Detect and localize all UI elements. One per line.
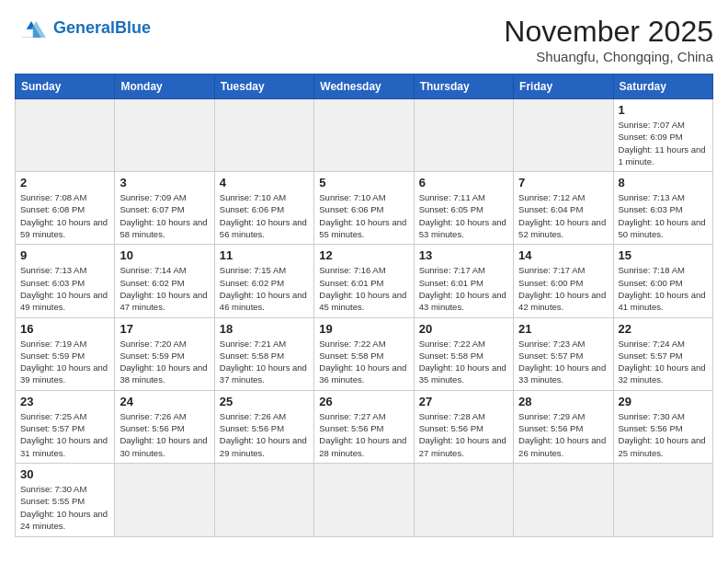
- day-number: 21: [518, 322, 608, 336]
- table-row: 24Sunrise: 7:26 AM Sunset: 5:56 PM Dayli…: [115, 390, 214, 463]
- day-number: 27: [419, 395, 508, 408]
- table-row: 22Sunrise: 7:24 AM Sunset: 5:57 PM Dayli…: [613, 317, 712, 390]
- day-number: 26: [319, 395, 408, 408]
- table-row: 10Sunrise: 7:14 AM Sunset: 6:02 PM Dayli…: [115, 245, 214, 317]
- table-row: 5Sunrise: 7:10 AM Sunset: 6:06 PM Daylig…: [314, 172, 414, 245]
- day-number: 5: [319, 176, 408, 190]
- day-number: 1: [619, 103, 708, 117]
- day-number: 13: [419, 248, 508, 262]
- day-number: 6: [419, 176, 508, 190]
- day-number: 17: [119, 322, 209, 336]
- day-number: 14: [518, 248, 608, 262]
- month-title: November 2025: [504, 15, 713, 49]
- table-row: 15Sunrise: 7:18 AM Sunset: 6:00 PM Dayli…: [613, 245, 712, 317]
- col-saturday: Saturday: [613, 75, 712, 99]
- col-wednesday: Wednesday: [314, 75, 414, 99]
- table-row: 27Sunrise: 7:28 AM Sunset: 5:56 PM Dayli…: [414, 390, 513, 463]
- table-row: 26Sunrise: 7:27 AM Sunset: 5:56 PM Dayli…: [314, 390, 414, 463]
- day-info: Sunrise: 7:18 AM Sunset: 6:00 PM Dayligh…: [619, 264, 708, 313]
- day-number: 10: [119, 248, 209, 262]
- day-info: Sunrise: 7:13 AM Sunset: 6:03 PM Dayligh…: [20, 264, 109, 313]
- table-row: [115, 463, 214, 536]
- calendar-header-row: Sunday Monday Tuesday Wednesday Thursday…: [16, 75, 713, 99]
- calendar-header: GeneralBlue November 2025 Shuangfu, Chon…: [15, 15, 713, 64]
- day-info: Sunrise: 7:20 AM Sunset: 5:59 PM Dayligh…: [119, 338, 209, 386]
- day-number: 16: [20, 322, 109, 336]
- day-info: Sunrise: 7:14 AM Sunset: 6:02 PM Dayligh…: [119, 264, 209, 313]
- day-info: Sunrise: 7:16 AM Sunset: 6:01 PM Dayligh…: [319, 264, 408, 313]
- day-number: 9: [20, 248, 109, 262]
- table-row: 1Sunrise: 7:07 AM Sunset: 6:09 PM Daylig…: [613, 99, 712, 172]
- day-info: Sunrise: 7:25 AM Sunset: 5:57 PM Dayligh…: [20, 410, 109, 459]
- day-info: Sunrise: 7:21 AM Sunset: 5:58 PM Dayligh…: [220, 338, 309, 386]
- table-row: [115, 99, 214, 172]
- day-info: Sunrise: 7:22 AM Sunset: 5:58 PM Dayligh…: [419, 338, 508, 386]
- table-row: 17Sunrise: 7:20 AM Sunset: 5:59 PM Dayli…: [115, 317, 214, 390]
- day-info: Sunrise: 7:10 AM Sunset: 6:06 PM Dayligh…: [319, 191, 408, 240]
- day-info: Sunrise: 7:11 AM Sunset: 6:05 PM Dayligh…: [419, 191, 508, 240]
- calendar-table: Sunday Monday Tuesday Wednesday Thursday…: [15, 74, 713, 537]
- day-info: Sunrise: 7:15 AM Sunset: 6:02 PM Dayligh…: [220, 264, 309, 313]
- table-row: 25Sunrise: 7:26 AM Sunset: 5:56 PM Dayli…: [214, 390, 313, 463]
- table-row: 6Sunrise: 7:11 AM Sunset: 6:05 PM Daylig…: [414, 172, 513, 245]
- table-row: 16Sunrise: 7:19 AM Sunset: 5:59 PM Dayli…: [16, 317, 115, 390]
- table-row: [16, 99, 115, 172]
- table-row: 4Sunrise: 7:10 AM Sunset: 6:06 PM Daylig…: [214, 172, 313, 245]
- day-number: 25: [220, 395, 309, 408]
- day-info: Sunrise: 7:17 AM Sunset: 6:01 PM Dayligh…: [419, 264, 508, 313]
- day-number: 20: [419, 322, 508, 336]
- day-info: Sunrise: 7:24 AM Sunset: 5:57 PM Dayligh…: [619, 338, 708, 386]
- day-info: Sunrise: 7:30 AM Sunset: 5:56 PM Dayligh…: [619, 410, 708, 459]
- day-number: 2: [20, 176, 109, 190]
- table-row: [613, 463, 712, 536]
- day-number: 7: [518, 176, 608, 190]
- day-number: 24: [119, 395, 209, 408]
- table-row: [214, 463, 313, 536]
- table-row: 8Sunrise: 7:13 AM Sunset: 6:03 PM Daylig…: [613, 172, 712, 245]
- table-row: [314, 99, 414, 172]
- day-number: 12: [319, 248, 408, 262]
- day-info: Sunrise: 7:29 AM Sunset: 5:56 PM Dayligh…: [518, 410, 608, 459]
- day-info: Sunrise: 7:19 AM Sunset: 5:59 PM Dayligh…: [20, 338, 109, 386]
- table-row: 30Sunrise: 7:30 AM Sunset: 5:55 PM Dayli…: [16, 463, 115, 536]
- table-row: [214, 99, 313, 172]
- day-info: Sunrise: 7:10 AM Sunset: 6:06 PM Dayligh…: [220, 191, 309, 240]
- day-number: 19: [319, 322, 408, 336]
- day-info: Sunrise: 7:28 AM Sunset: 5:56 PM Dayligh…: [419, 410, 508, 459]
- col-monday: Monday: [115, 75, 214, 99]
- logo: GeneralBlue: [15, 15, 151, 42]
- location: Shuangfu, Chongqing, China: [504, 49, 713, 64]
- logo-general: General: [53, 18, 115, 37]
- table-row: [314, 463, 414, 536]
- day-info: Sunrise: 7:26 AM Sunset: 5:56 PM Dayligh…: [119, 410, 209, 459]
- day-info: Sunrise: 7:08 AM Sunset: 6:08 PM Dayligh…: [20, 191, 109, 240]
- day-info: Sunrise: 7:09 AM Sunset: 6:07 PM Dayligh…: [119, 191, 209, 240]
- day-info: Sunrise: 7:12 AM Sunset: 6:04 PM Dayligh…: [518, 191, 608, 240]
- day-info: Sunrise: 7:13 AM Sunset: 6:03 PM Dayligh…: [619, 191, 708, 240]
- day-number: 23: [20, 395, 109, 408]
- day-number: 22: [619, 322, 708, 336]
- day-info: Sunrise: 7:26 AM Sunset: 5:56 PM Dayligh…: [220, 410, 309, 459]
- day-number: 15: [619, 248, 708, 262]
- table-row: 28Sunrise: 7:29 AM Sunset: 5:56 PM Dayli…: [514, 390, 613, 463]
- table-row: 14Sunrise: 7:17 AM Sunset: 6:00 PM Dayli…: [514, 245, 613, 317]
- table-row: 23Sunrise: 7:25 AM Sunset: 5:57 PM Dayli…: [16, 390, 115, 463]
- day-number: 28: [518, 395, 608, 408]
- day-number: 4: [220, 176, 309, 190]
- table-row: 9Sunrise: 7:13 AM Sunset: 6:03 PM Daylig…: [16, 245, 115, 317]
- logo-blue: Blue: [115, 18, 151, 37]
- table-row: 21Sunrise: 7:23 AM Sunset: 5:57 PM Dayli…: [514, 317, 613, 390]
- table-row: [514, 99, 613, 172]
- day-number: 29: [619, 395, 708, 408]
- day-number: 30: [20, 467, 109, 481]
- col-sunday: Sunday: [16, 75, 115, 99]
- day-info: Sunrise: 7:07 AM Sunset: 6:09 PM Dayligh…: [619, 119, 708, 167]
- table-row: 19Sunrise: 7:22 AM Sunset: 5:58 PM Dayli…: [314, 317, 414, 390]
- table-row: 18Sunrise: 7:21 AM Sunset: 5:58 PM Dayli…: [214, 317, 313, 390]
- day-number: 11: [220, 248, 309, 262]
- table-row: [414, 463, 513, 536]
- day-info: Sunrise: 7:27 AM Sunset: 5:56 PM Dayligh…: [319, 410, 408, 459]
- day-number: 18: [220, 322, 309, 336]
- title-block: November 2025 Shuangfu, Chongqing, China: [504, 15, 713, 64]
- col-tuesday: Tuesday: [214, 75, 313, 99]
